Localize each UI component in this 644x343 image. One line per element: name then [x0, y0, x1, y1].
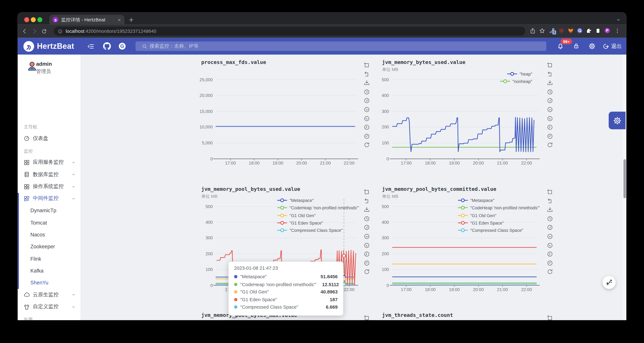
time-range-icon[interactable] [364, 98, 370, 104]
time-range-icon[interactable] [364, 116, 370, 121]
traffic-zoom-button[interactable] [38, 17, 42, 22]
download-icon[interactable] [547, 80, 553, 86]
time-range-icon[interactable] [547, 116, 553, 121]
time-range-icon[interactable] [364, 234, 370, 239]
logout-button[interactable]: 退出 [602, 43, 622, 50]
time-range-icon[interactable] [364, 89, 370, 95]
time-range-icon[interactable] [364, 124, 370, 130]
hertzbeat-logo[interactable] [24, 41, 34, 51]
lock-icon[interactable] [573, 43, 580, 49]
fullscreen-icon[interactable] [364, 189, 370, 195]
tab-search-chevron-icon[interactable] [616, 17, 621, 22]
sidebar-subitem-dynamictp[interactable]: DynamicTp [18, 205, 80, 216]
download-icon[interactable] [547, 207, 553, 213]
restore-icon[interactable] [364, 71, 370, 77]
browser-tab[interactable]: 监控详情 - HertzBeat [49, 15, 124, 24]
settings-gear-icon[interactable] [588, 43, 596, 50]
legend-item[interactable]: "heap" [507, 71, 532, 77]
fullscreen-icon[interactable] [364, 62, 370, 68]
blue-q-extension-icon[interactable] [577, 27, 583, 34]
brand-title[interactable]: HertzBeat [37, 42, 74, 51]
page-scrollbar[interactable] [622, 55, 626, 320]
restore-icon[interactable] [547, 198, 553, 204]
legend-item[interactable]: "Compressed Class Space" [458, 227, 523, 233]
time-range-icon[interactable] [547, 98, 553, 104]
time-range-icon[interactable] [364, 251, 370, 257]
traffic-minimize-button[interactable] [31, 17, 36, 22]
legend-item[interactable]: "nonheap" [500, 78, 532, 84]
sidebar-item[interactable]: 中间件监控 [18, 193, 80, 204]
refresh-icon[interactable] [364, 142, 370, 148]
sidebar-subitem-nacos[interactable]: Nacos [18, 230, 80, 240]
time-range-icon[interactable] [547, 133, 553, 139]
restore-icon[interactable] [547, 71, 553, 77]
sidebar-item[interactable]: 云原生监控 [18, 290, 80, 300]
time-range-icon[interactable] [547, 124, 553, 130]
collapse-menu-icon[interactable] [87, 43, 94, 49]
sidebar-subitem-tomcat[interactable]: Tomcat [18, 217, 80, 228]
github-icon[interactable] [103, 42, 110, 50]
reload-button[interactable] [42, 28, 47, 34]
time-range-icon[interactable] [364, 242, 370, 248]
sidebar-item[interactable]: 自定义监控 [18, 302, 80, 312]
tab-close-icon[interactable] [118, 18, 121, 21]
legend-item[interactable]: "G1 Old Gen" [458, 213, 496, 218]
legend-item[interactable]: "CodeHeap 'non-profiled nmethods'" [458, 205, 540, 211]
time-range-icon[interactable] [364, 216, 370, 222]
fullscreen-icon[interactable] [547, 62, 553, 68]
forward-button[interactable] [32, 28, 38, 34]
red-extension-icon[interactable] [558, 28, 564, 33]
download-icon[interactable] [364, 207, 370, 213]
time-range-icon[interactable] [547, 216, 553, 222]
legend-item[interactable]: "G1 Old Gen" [277, 213, 316, 218]
purple-p-extension-icon[interactable]: P [604, 27, 610, 34]
fullscreen-icon[interactable] [364, 315, 370, 320]
back-button[interactable] [22, 28, 28, 34]
metamask-fox-icon[interactable] [568, 27, 574, 34]
browser-menu-icon[interactable] [614, 28, 620, 33]
legend-item[interactable]: "Metaspace" [458, 197, 494, 203]
legend-item[interactable]: "Compressed Class Space" [277, 227, 342, 233]
theme-settings-fab[interactable] [609, 112, 626, 129]
time-range-icon[interactable] [547, 89, 553, 95]
refresh-icon[interactable] [547, 142, 553, 148]
time-range-icon[interactable] [364, 260, 370, 266]
fullscreen-icon[interactable] [547, 315, 553, 320]
sidebar-subitem-shenyu[interactable]: ShenYu [18, 278, 80, 288]
time-range-icon[interactable] [547, 234, 553, 239]
time-range-icon[interactable] [547, 260, 553, 266]
sidebar-subitem-kafka[interactable]: Kafka [18, 265, 80, 276]
time-range-icon[interactable] [547, 242, 553, 248]
legend-item[interactable]: "G1 Eden Space" [458, 220, 504, 226]
sidebar-subitem-flink[interactable]: Flink [18, 254, 80, 264]
new-tab-button[interactable] [128, 17, 134, 23]
traffic-close-button[interactable] [24, 17, 29, 22]
time-range-icon[interactable] [364, 133, 370, 139]
extensions-puzzle-icon[interactable] [586, 28, 592, 33]
time-range-icon[interactable] [547, 225, 553, 230]
bookmark-star-icon[interactable] [539, 28, 545, 33]
legend-item[interactable]: "G1 Eden Space" [277, 220, 323, 226]
sidebar-item[interactable]: 操作系统监控 [18, 181, 80, 192]
legend-item[interactable]: "Metaspace" [277, 197, 314, 203]
monitor-search-input[interactable]: 搜索监控：名称、IP等 [136, 41, 546, 51]
time-range-icon[interactable] [364, 107, 370, 112]
gitee-icon[interactable]: G [118, 42, 126, 50]
legend-item[interactable]: "CodeHeap 'non-profiled nmethods'" [277, 205, 359, 211]
time-range-icon[interactable] [547, 107, 553, 112]
sidebar-item[interactable]: 应用服务监控 [18, 157, 80, 168]
sidebar-item[interactable]: 数据库监控 [18, 169, 80, 180]
fullscreen-icon[interactable] [547, 189, 553, 195]
download-icon[interactable] [364, 80, 370, 86]
address-bar[interactable]: localhost:4200/monitors/195232371248640 [54, 26, 525, 36]
time-range-icon[interactable] [547, 251, 553, 257]
share-icon[interactable] [530, 28, 536, 33]
magic-wand-fab[interactable] [602, 276, 616, 289]
sidebar-item[interactable]: 仪表盘 [18, 133, 80, 144]
sidebar-subitem-zookeeper[interactable]: Zookeeper [18, 241, 80, 252]
refresh-icon[interactable] [364, 269, 370, 275]
time-range-icon[interactable] [364, 225, 370, 230]
site-info-icon[interactable] [58, 29, 62, 33]
scrollbar-thumb[interactable] [623, 159, 626, 198]
restore-icon[interactable] [364, 198, 370, 204]
